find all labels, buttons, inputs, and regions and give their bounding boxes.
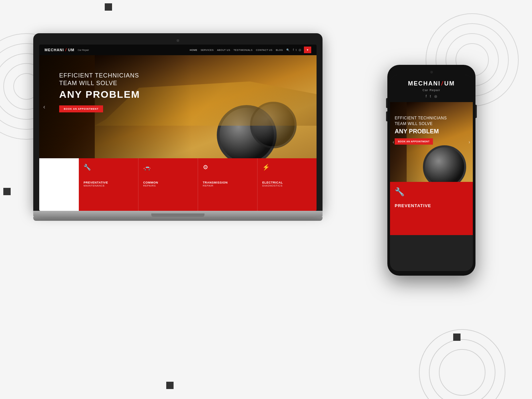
phone-facebook-icon[interactable]: f — [426, 94, 427, 98]
laptop-screen: MECHANI / UM Car Repair HOME SERVICES AB… — [39, 45, 317, 211]
nav-link-home[interactable]: HOME — [190, 49, 197, 51]
service-subtitle-repairs: REPAIRS — [143, 184, 193, 187]
phone-subtitle: Car Repair — [394, 88, 469, 92]
laptop-social-icons: f t ◎ — [293, 48, 301, 52]
phone-hero-content: EFFICIENT TECHNICIANS TEAM WILL SOLVE AN… — [395, 115, 447, 145]
phone-logo: MECHANI / UM — [394, 80, 469, 87]
hero-arrow-left[interactable]: ‹ — [43, 103, 45, 110]
instagram-icon[interactable]: ◎ — [299, 48, 301, 52]
service-card-common[interactable]: 🚗 COMMON REPAIRS — [139, 158, 198, 211]
phone-screen: MECHANI / UM Car Repair f t ◎ — [390, 75, 473, 271]
logo-text-um: UM — [68, 48, 74, 52]
services-row: 🔧 PREVENTATIVE MAINTENANCE 🚗 COMMON REPA… — [39, 158, 317, 211]
nav-link-services[interactable]: SERVICES — [200, 49, 213, 51]
phone-power-button — [475, 105, 477, 118]
phone-logo-um: UM — [444, 80, 455, 87]
phone-social-icons: f t ◎ — [394, 94, 469, 98]
deco-square-2 — [3, 188, 11, 195]
laptop-nav: MECHANI / UM Car Repair HOME SERVICES AB… — [39, 45, 317, 55]
phone-wrench-icon: 🔧 — [395, 187, 468, 197]
car-icon: 🚗 — [143, 164, 193, 171]
nav-dropdown[interactable]: ▼ — [304, 47, 311, 53]
phone-volume-down — [386, 111, 387, 121]
phone-outer: MECHANI / UM Car Repair f t ◎ — [387, 65, 475, 276]
phone-book-button[interactable]: BOOK AN APPOINTMENT — [395, 138, 433, 145]
phone-twitter-icon[interactable]: t — [430, 94, 431, 98]
laptop-screen-outer: MECHANI / UM Car Repair HOME SERVICES AB… — [33, 33, 323, 211]
phone-arrow-right[interactable]: › — [468, 139, 470, 145]
laptop-base — [33, 211, 323, 217]
laptop-camera — [177, 39, 179, 42]
hero-headline-1: EFFICIENT TECHNICIANS TEAM WILL SOLVE — [59, 72, 140, 87]
laptop-nav-subtitle: Car Repair — [78, 49, 89, 51]
service-spacer — [39, 158, 79, 211]
service-title-electrical: ELECTRICAL — [262, 181, 312, 184]
nav-link-contact[interactable]: CONTACT US — [256, 49, 273, 51]
search-icon[interactable]: 🔍 — [286, 49, 290, 52]
laptop-hero: EFFICIENT TECHNICIANS TEAM WILL SOLVE AN… — [39, 55, 317, 158]
laptop-mockup: MECHANI / UM Car Repair HOME SERVICES AB… — [33, 33, 323, 221]
deco-square-3 — [453, 333, 461, 341]
deco-square-1 — [105, 3, 112, 11]
phone-mockup: MECHANI / UM Car Repair f t ◎ — [387, 65, 475, 276]
service-title-transmission: TRANSMISSION — [203, 181, 252, 184]
logo-text-mechani: MECHANI — [45, 48, 64, 52]
nav-link-testimonials[interactable]: TESTIMONIALS — [233, 49, 252, 51]
phone-service-title: PREVENTATIVE — [395, 203, 468, 208]
phone-logo-slash: / — [441, 80, 444, 87]
gear-icon: ⚙ — [203, 164, 252, 171]
phone-logo-mechani: MECHANI — [408, 80, 441, 87]
laptop-foot — [33, 217, 323, 221]
phone-hero: EFFICIENT TECHNICIANS TEAM WILL SOLVE AN… — [390, 102, 473, 182]
service-subtitle-diagnostics: DIAGNOSTICS — [262, 184, 312, 187]
phone-volume-up — [386, 98, 387, 108]
hero-headline-2: ANY PROBLEM — [59, 89, 140, 100]
service-card-transmission[interactable]: ⚙ TRANSMISSION REPAIR — [198, 158, 258, 211]
lightning-icon: ⚡ — [262, 164, 312, 171]
twitter-icon[interactable]: t — [296, 48, 297, 52]
service-card-preventative[interactable]: 🔧 PREVENTATIVE MAINTENANCE — [79, 158, 138, 211]
service-title-common: COMMON — [143, 181, 193, 184]
phone-arrow-left[interactable]: ‹ — [393, 139, 394, 145]
laptop-nav-links: HOME SERVICES ABOUT US TESTIMONIALS CONT… — [190, 49, 290, 52]
phone-instagram-icon[interactable]: ◎ — [434, 94, 437, 98]
service-subtitle-repair: REPAIR — [203, 184, 252, 187]
phone-hero-text1: EFFICIENT TECHNICIANS TEAM WILL SOLVE — [395, 115, 447, 127]
phone-notch — [420, 71, 443, 76]
deco-square-4 — [166, 382, 174, 389]
service-title-preventative: PREVENTATIVE — [83, 181, 133, 184]
service-card-electrical[interactable]: ⚡ ELECTRICAL DIAGNOSTICS — [258, 158, 317, 211]
service-subtitle-maintenance: MAINTENANCE — [83, 184, 133, 187]
phone-service-section: 🔧 PREVENTATIVE — [390, 182, 473, 235]
book-appointment-button[interactable]: BOOK AN APPOINTMENT — [59, 105, 103, 112]
laptop-nav-logo: MECHANI / UM — [45, 48, 74, 52]
phone-hero-text2: ANY PROBLEM — [395, 128, 447, 135]
nav-link-blog[interactable]: BLOG — [276, 49, 283, 51]
facebook-icon[interactable]: f — [293, 48, 294, 52]
phone-header: MECHANI / UM Car Repair f t ◎ — [390, 75, 473, 102]
hero-text-content: EFFICIENT TECHNICIANS TEAM WILL SOLVE AN… — [59, 72, 140, 112]
phone-camera — [430, 71, 433, 73]
logo-slash: / — [65, 48, 66, 52]
nav-link-about[interactable]: ABOUT US — [217, 49, 230, 51]
wrench-icon: 🔧 — [83, 164, 133, 171]
